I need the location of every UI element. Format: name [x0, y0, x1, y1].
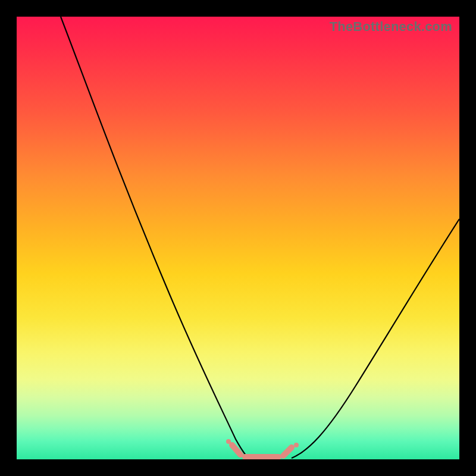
- svg-point-0: [226, 439, 231, 444]
- chart-frame: TheBottleneck.com: [0, 0, 476, 476]
- right-curve: [292, 219, 459, 458]
- curve-layer: [17, 17, 459, 459]
- svg-point-1: [294, 443, 299, 447]
- plot-area: TheBottleneck.com: [17, 17, 459, 459]
- left-curve: [61, 17, 249, 458]
